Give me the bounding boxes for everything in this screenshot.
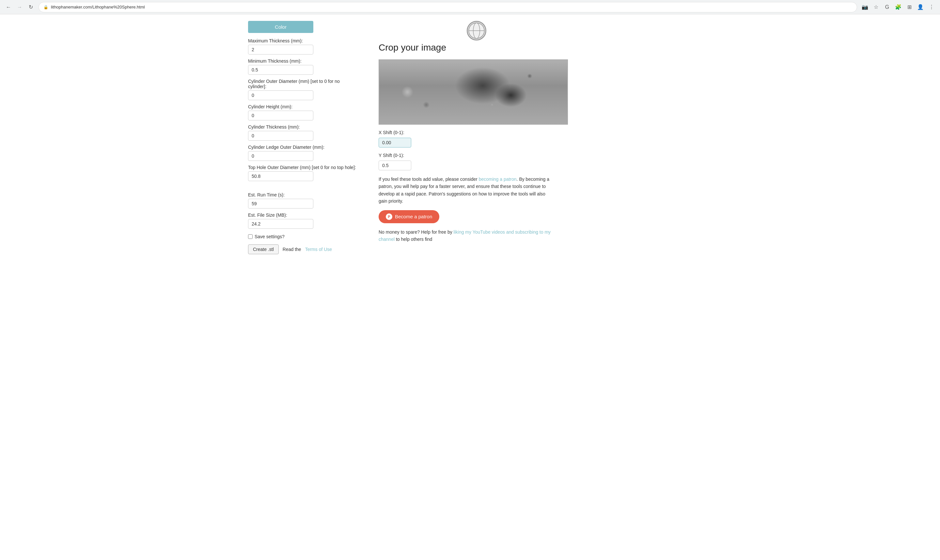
right-panel: Crop your image X Shift (0-1): Y Shift (…	[378, 21, 574, 254]
cyl-outer-diam-group: Cylinder Outer Diameter (mm) [set to 0 f…	[248, 78, 359, 100]
cyl-ledge-diam-input[interactable]	[248, 151, 313, 161]
cyl-outer-diam-input[interactable]	[248, 91, 313, 100]
no-camera-icon[interactable]: 📷	[860, 3, 869, 12]
top-hole-diam-group: Top Hole Outer Diameter (mm) [set 0 for …	[248, 165, 359, 181]
max-thickness-label: Maximum Thickness (mm):	[248, 38, 359, 43]
cyl-thickness-group: Cylinder Thickness (mm):	[248, 124, 359, 141]
est-run-time-label: Est. Run Time (s):	[248, 192, 359, 197]
save-settings-checkbox[interactable]	[248, 234, 252, 239]
star-icon[interactable]: ☆	[871, 3, 881, 12]
left-panel: Color Maximum Thickness (mm): Minimum Th…	[248, 21, 359, 254]
est-file-size-label: Est. File Size (MB):	[248, 212, 359, 218]
no-money-text-2: to help others find	[395, 237, 432, 242]
x-shift-input[interactable]	[378, 138, 411, 148]
profile-icon[interactable]: G	[883, 3, 892, 12]
browser-chrome: ← → ↻ 🔒 lithophanemaker.com/Lithophane%2…	[0, 0, 940, 14]
info-text-1: If you feel these tools add value, pleas…	[378, 177, 479, 182]
forward-button[interactable]: →	[15, 3, 24, 12]
logo-svg	[468, 22, 485, 40]
menu-icon[interactable]: ⋮	[927, 3, 936, 12]
top-hole-diam-label: Top Hole Outer Diameter (mm) [set 0 for …	[248, 165, 359, 170]
x-shift-label: X Shift (0-1):	[378, 130, 574, 135]
no-money-text-1: No money to spare? Help for free by	[378, 229, 454, 235]
min-thickness-group: Minimum Thickness (mm):	[248, 58, 359, 75]
reload-button[interactable]: ↻	[26, 3, 35, 12]
logo-circle	[467, 21, 486, 40]
avatar-icon[interactable]: 👤	[916, 3, 925, 12]
cyl-ledge-diam-label: Cylinder Ledge Outer Diameter (mm):	[248, 145, 359, 150]
create-stl-button[interactable]: Create .stl	[248, 245, 279, 254]
y-shift-input[interactable]	[378, 160, 411, 170]
moon-image	[379, 60, 567, 124]
patreon-btn-label: Become a patron	[395, 214, 432, 219]
extensions-icon[interactable]: 🧩	[894, 3, 903, 12]
becoming-patron-link[interactable]: becoming a patron	[479, 177, 517, 182]
logo-area	[378, 21, 574, 40]
y-shift-label: Y Shift (0-1):	[378, 153, 574, 158]
est-run-time-group: Est. Run Time (s):	[248, 192, 359, 209]
crop-image-area[interactable]	[378, 59, 568, 125]
save-settings-row: Save settings?	[248, 234, 359, 239]
page-container: Color Maximum Thickness (mm): Minimum Th…	[235, 14, 705, 261]
back-button[interactable]: ←	[4, 3, 13, 12]
address-bar[interactable]: 🔒 lithophanemaker.com/Lithophane%20Spher…	[38, 2, 857, 12]
browser-actions: 📷 ☆ G 🧩 ⊞ 👤 ⋮	[860, 3, 936, 12]
cyl-height-label: Cylinder Height (mm):	[248, 104, 359, 109]
min-thickness-input[interactable]	[248, 65, 313, 75]
patreon-icon: P	[386, 214, 392, 220]
patreon-button[interactable]: P Become a patron	[378, 210, 439, 223]
cyl-outer-diam-label: Cylinder Outer Diameter (mm) [set to 0 f…	[248, 78, 359, 89]
media-icon[interactable]: ⊞	[905, 3, 914, 12]
section-title: Crop your image	[378, 42, 574, 53]
nav-buttons: ← → ↻	[4, 3, 35, 12]
read-the-text: Read the	[283, 247, 301, 252]
est-file-size-input[interactable]	[248, 219, 313, 229]
color-button[interactable]: Color	[248, 21, 313, 33]
min-thickness-label: Minimum Thickness (mm):	[248, 58, 359, 64]
terms-of-use-link[interactable]: Terms of Use	[305, 247, 332, 252]
lock-icon: 🔒	[43, 5, 48, 9]
cyl-ledge-diam-group: Cylinder Ledge Outer Diameter (mm):	[248, 145, 359, 161]
save-settings-label: Save settings?	[255, 234, 285, 239]
cyl-thickness-label: Cylinder Thickness (mm):	[248, 124, 359, 129]
y-shift-group: Y Shift (0-1):	[378, 153, 574, 170]
no-money-paragraph: No money to spare? Help for free by liki…	[378, 228, 555, 243]
info-paragraph: If you feel these tools add value, pleas…	[378, 175, 555, 205]
url-text: lithophanemaker.com/Lithophane%20Sphere.…	[51, 5, 852, 9]
max-thickness-group: Maximum Thickness (mm):	[248, 38, 359, 54]
est-run-time-input[interactable]	[248, 199, 313, 209]
action-row: Create .stl Read the Terms of Use	[248, 245, 359, 254]
top-hole-diam-input[interactable]	[248, 171, 313, 181]
x-shift-group: X Shift (0-1):	[378, 130, 574, 148]
patreon-btn-row: P Become a patron	[378, 210, 574, 223]
cyl-height-input[interactable]	[248, 111, 313, 120]
cyl-height-group: Cylinder Height (mm):	[248, 104, 359, 120]
est-file-size-group: Est. File Size (MB):	[248, 212, 359, 229]
cyl-thickness-input[interactable]	[248, 131, 313, 141]
max-thickness-input[interactable]	[248, 45, 313, 54]
